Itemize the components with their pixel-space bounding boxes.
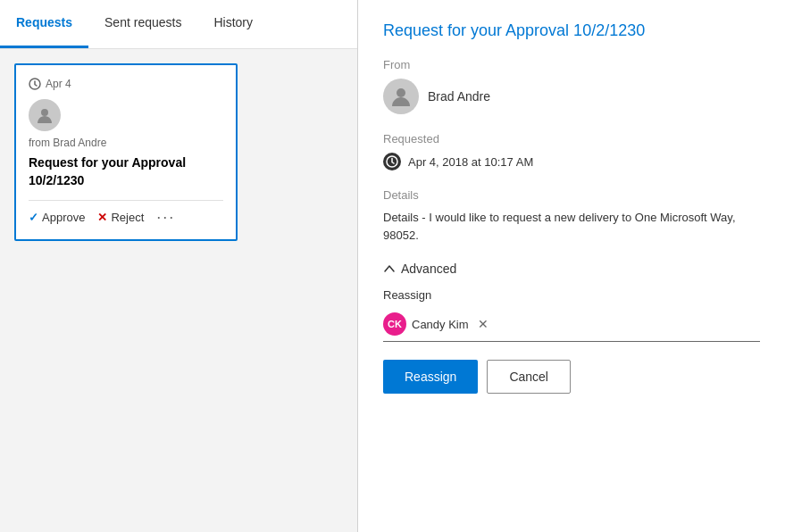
svg-point-2 [397,88,405,97]
card-actions: ✓ Approve ✕ Reject ··· [29,200,223,227]
requested-label: Requested [383,132,760,145]
requested-date-text: Apr 4, 2018 at 10:17 AM [408,155,533,169]
reject-label: Reject [111,211,144,224]
advanced-toggle[interactable]: Advanced [383,262,760,276]
tabs-bar: Requests Sent requests History [0,0,357,49]
approve-button[interactable]: ✓ Approve [29,211,85,224]
requested-clock-icon [383,153,401,170]
cancel-button[interactable]: Cancel [487,360,571,394]
tab-history[interactable]: History [197,0,269,48]
card-avatar [29,99,61,131]
clock-icon [29,78,41,90]
svg-point-1 [41,109,48,116]
tab-sent[interactable]: Sent requests [88,0,197,48]
assignee-initials: CK [388,319,402,329]
reassign-button[interactable]: Reassign [383,360,478,394]
card-from-text: from Brad Andre [29,137,223,149]
assignee-avatar: CK [383,312,406,336]
advanced-section: Advanced Reassign CK Candy Kim ✕ [383,262,760,342]
reject-button[interactable]: ✕ Reject [97,211,144,224]
remove-assignee-button[interactable]: ✕ [478,317,489,331]
reassign-input[interactable]: CK Candy Kim ✕ [383,307,760,342]
check-icon: ✓ [29,211,38,224]
card-date-row: Apr 4 [29,78,223,90]
person-icon [35,105,54,125]
left-panel: Requests Sent requests History Apr 4 [0,0,357,532]
action-buttons: Reassign Cancel [383,360,760,394]
details-text: Details - I would like to request a new … [383,209,760,244]
tab-history-label: History [213,15,253,29]
chevron-up-icon [383,262,396,275]
request-list: Apr 4 from Brad Andre Request for your A… [0,49,357,532]
details-label: Details [383,188,760,202]
from-avatar [383,79,419,114]
tab-requests[interactable]: Requests [0,0,88,48]
tab-requests-label: Requests [16,15,72,29]
requested-date-row: Apr 4, 2018 at 10:17 AM [383,153,760,170]
more-options-button[interactable]: ··· [156,208,175,227]
from-person-icon [389,85,413,108]
requested-section: Requested Apr 4, 2018 at 10:17 AM [383,132,760,170]
request-card[interactable]: Apr 4 from Brad Andre Request for your A… [14,63,238,241]
approve-label: Approve [42,211,85,224]
detail-title: Request for your Approval 10/2/1230 [383,21,760,40]
assignee-name: Candy Kim [412,318,469,331]
details-section: Details Details - I would like to reques… [383,188,760,244]
tab-sent-label: Sent requests [104,15,181,29]
assignee-chip: CK Candy Kim ✕ [383,312,489,336]
advanced-label: Advanced [401,262,456,276]
from-row: Brad Andre [383,79,760,114]
card-date-text: Apr 4 [46,78,71,90]
cross-icon: ✕ [97,211,107,224]
right-panel: Request for your Approval 10/2/1230 From… [358,0,785,532]
from-label: From [383,58,760,71]
from-name: Brad Andre [428,89,490,104]
reassign-label: Reassign [383,288,760,302]
card-title: Request for your Approval 10/2/1230 [29,154,223,189]
